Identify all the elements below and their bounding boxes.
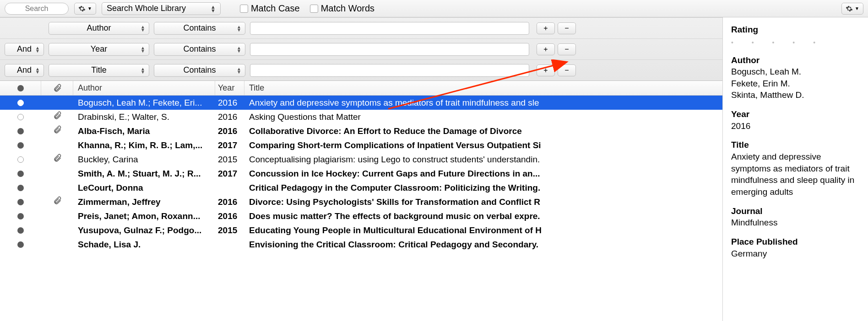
search-scope-select[interactable]: Search Whole Library ▲▼ [102, 2, 221, 15]
rating-label: Rating [731, 24, 860, 36]
remove-filter-button[interactable]: − [558, 43, 576, 55]
filter-value-input[interactable] [250, 43, 529, 56]
cell-attachment [41, 154, 73, 165]
header-title[interactable]: Title [244, 81, 554, 95]
cell-title: Educating Young People in Multicultural … [244, 225, 554, 235]
cell-year: 2017 [215, 169, 244, 179]
search-scope-label: Search Whole Library [107, 4, 186, 13]
filter-field-select[interactable]: Title▲▼ [49, 64, 149, 77]
cell-readstatus [0, 185, 41, 191]
journal-value: Mindfulness [731, 217, 860, 229]
cell-title: Concussion in Ice Hockey: Current Gaps a… [244, 169, 554, 179]
paperclip-icon [53, 196, 62, 208]
panel-options-gear[interactable]: ▼ [841, 3, 863, 15]
paperclip-icon [53, 154, 62, 165]
chevron-down-icon: ▼ [855, 6, 859, 11]
cell-readstatus [0, 100, 41, 106]
author-value: Fekete, Erin M. [731, 78, 860, 90]
unread-dot-icon [17, 227, 24, 234]
filter-cond-select[interactable]: Contains▲▼ [154, 22, 245, 35]
header-year[interactable]: Year [215, 81, 244, 95]
filter-cond-select[interactable]: Contains▲▼ [154, 64, 245, 77]
cell-title: Divorce: Using Psychologists' Skills for… [244, 197, 554, 207]
unread-dot-icon [17, 185, 24, 191]
cell-year: 2016 [215, 98, 244, 108]
cell-year: 2016 [215, 126, 244, 136]
cell-year: 2016 [215, 197, 244, 207]
cell-readstatus [0, 199, 41, 205]
cell-author: Schade, Lisa J. [73, 240, 215, 250]
top-toolbar: ▼ Search Whole Library ▲▼ Match Case Mat… [0, 0, 868, 17]
checkbox-icon [310, 5, 318, 13]
title-label: Title [731, 139, 860, 151]
author-value: Bogusch, Leah M. [731, 66, 860, 78]
filter-cond-label: Contains [183, 23, 216, 33]
add-filter-button[interactable]: + [537, 43, 555, 55]
match-case-checkbox[interactable]: Match Case [240, 3, 300, 14]
paperclip-icon [53, 111, 62, 123]
checkbox-icon [240, 5, 248, 13]
updown-icon: ▲▼ [237, 46, 241, 53]
filter-cond-label: Contains [183, 65, 216, 75]
header-author[interactable]: Author [73, 81, 215, 95]
author-value: Skinta, Matthew D. [731, 89, 860, 101]
filter-field-select[interactable]: Author▲▼ [49, 22, 149, 35]
header-attachment[interactable] [41, 81, 73, 95]
filter-value-input[interactable] [250, 64, 529, 77]
filter-bool-select[interactable]: And▲▼ [5, 64, 44, 77]
place-value: Germany [731, 248, 860, 260]
place-label: Place Published [731, 236, 860, 248]
cell-attachment [41, 196, 73, 208]
header-readstatus[interactable] [0, 81, 41, 95]
header-title-label: Title [249, 83, 264, 93]
filter-field-label: Author [87, 23, 111, 33]
filter-cond-select[interactable]: Contains▲▼ [154, 43, 245, 56]
search-options-gear[interactable]: ▼ [74, 3, 96, 15]
cell-year: 2016 [215, 112, 244, 122]
cell-readstatus [0, 156, 41, 163]
cell-title: Critical Pedagogy in the Computer Classr… [244, 183, 554, 193]
title-value: Anxiety and depressive symptoms as media… [731, 151, 860, 198]
filter-cond-label: Contains [183, 44, 216, 54]
updown-icon: ▲▼ [141, 46, 145, 53]
filter-bool-select[interactable]: And▲▼ [5, 43, 44, 56]
cell-year: 2015 [215, 155, 244, 165]
year-label: Year [731, 108, 860, 120]
cell-readstatus [0, 114, 41, 120]
add-filter-button[interactable]: + [537, 64, 555, 76]
cell-title: Does music matter? The effects of backgr… [244, 211, 554, 221]
cell-author: Khanna, R.; Kim, R. B.; Lam,... [73, 140, 215, 150]
cell-author: LeCourt, Donna [73, 183, 215, 193]
filter-field-select[interactable]: Year▲▼ [49, 43, 149, 56]
cell-attachment [41, 125, 73, 137]
cell-year: 2015 [215, 225, 244, 235]
cell-author: Drabinski, E.; Walter, S. [73, 112, 215, 122]
read-dot-icon [17, 114, 24, 120]
remove-filter-button[interactable]: − [558, 64, 576, 76]
match-case-label: Match Case [251, 3, 300, 14]
chevron-down-icon: ▼ [87, 6, 92, 11]
cell-title: Collaborative Divorce: An Effort to Redu… [244, 126, 554, 136]
details-panel: Rating • • • • • Author Bogusch, Leah M.… [722, 17, 868, 321]
filter-value-input[interactable] [250, 22, 529, 35]
read-dot-icon [17, 100, 24, 106]
journal-label: Journal [731, 205, 860, 217]
cell-title: Asking Questions that Matter [244, 112, 554, 122]
unread-dot-icon [17, 171, 24, 177]
cell-readstatus [0, 227, 41, 234]
updown-icon: ▲▼ [237, 67, 241, 74]
cell-author: Zimmerman, Jeffrey [73, 197, 215, 207]
cell-year: 2017 [215, 140, 244, 150]
remove-filter-button[interactable]: − [558, 22, 576, 34]
search-input[interactable] [5, 3, 69, 15]
match-words-checkbox[interactable]: Match Words [310, 3, 374, 14]
cell-author: Smith, A. M.; Stuart, M. J.; R... [73, 169, 215, 179]
add-filter-button[interactable]: + [537, 22, 555, 34]
rating-stars[interactable]: • • • • • [731, 38, 860, 47]
unread-dot-icon [17, 241, 24, 248]
gear-icon [846, 5, 853, 12]
cell-year: 2016 [215, 211, 244, 221]
cell-author: Alba-Fisch, Maria [73, 126, 215, 136]
author-label: Author [731, 54, 860, 66]
cell-readstatus [0, 213, 41, 219]
